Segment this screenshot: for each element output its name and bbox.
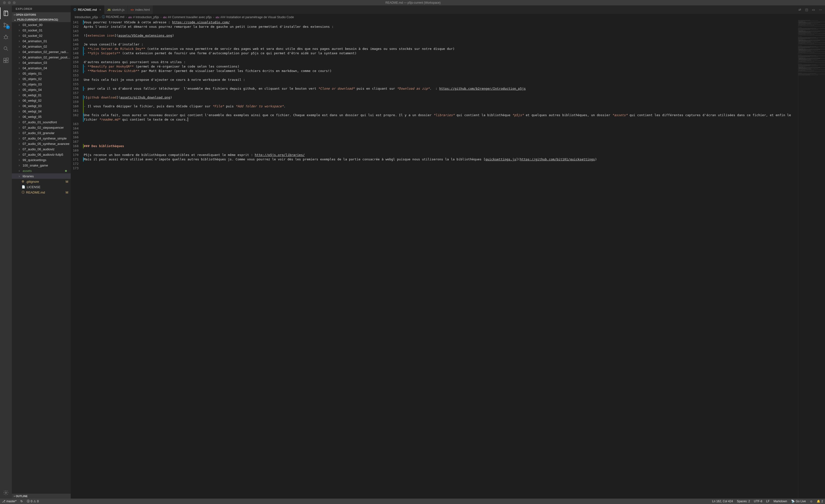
code-content[interactable] <box>84 166 798 170</box>
file-item[interactable]: ⚙.gitignoreM <box>12 179 71 184</box>
code-content[interactable]: Je vous conseille d'installer : <box>84 42 798 47</box>
folder-item[interactable]: ›libraries <box>12 173 71 179</box>
file-item[interactable]: 📄LICENSE <box>12 184 71 190</box>
folder-item[interactable]: ›06_webgl_05 <box>12 114 71 119</box>
code-line[interactable]: 167 <box>71 140 798 144</box>
folder-item[interactable]: ›04_animation_01 <box>12 38 71 44</box>
folder-item[interactable]: ›06_webgl_04 <box>12 109 71 114</box>
folder-item[interactable]: ›06_webgl_01 <box>12 92 71 98</box>
breadcrumb-item[interactable]: Introduction_p5js <box>75 15 98 19</box>
minimap[interactable]: Vous pourrez trouver VSCode à cette adre… <box>798 20 825 499</box>
folder-item[interactable]: ›100_snake_game <box>12 163 71 168</box>
code-content[interactable] <box>84 73 798 78</box>
go-live-status[interactable]: 📡 Go Live <box>789 499 808 504</box>
feedback-status[interactable]: ☺ <box>808 499 815 504</box>
code-line[interactable]: 142Après l'avoir installé et démarré vou… <box>71 24 798 29</box>
code-content[interactable]: - **p5js Snippets** (cette extension per… <box>84 51 798 56</box>
code-line[interactable]: 160- Il vous faudra dézipper le fichier,… <box>71 104 798 109</box>
folder-item[interactable]: ›04_animation_02 <box>12 44 71 49</box>
code-line[interactable]: 165 <box>71 131 798 135</box>
more-actions-icon[interactable]: ⋯ <box>819 8 822 11</box>
code-line[interactable]: 163 <box>71 122 798 126</box>
code-line[interactable]: 157 <box>71 91 798 95</box>
folder-item[interactable]: ›06_webgl_03 <box>12 103 71 109</box>
folder-item[interactable]: ›04_animation_02_penner_radi... <box>12 49 71 55</box>
compare-icon[interactable]: ⇄ <box>799 8 801 11</box>
breadcrumb-item[interactable]: abc ### Installation et paramétrage de V… <box>216 15 294 19</box>
folder-item[interactable]: ›07_audio_03_granular <box>12 130 71 136</box>
code-content[interactable] <box>84 122 798 126</box>
language-status[interactable]: Markdown <box>771 499 789 504</box>
code-line[interactable]: 159 <box>71 100 798 104</box>
code-content[interactable] <box>84 131 798 135</box>
code-content[interactable]: ![github download](assets/github_downloa… <box>84 95 798 100</box>
search-icon[interactable] <box>0 43 12 55</box>
folder-item[interactable]: ›07_audio_04_synthese_simple <box>12 136 71 141</box>
open-preview-icon[interactable]: ▭ <box>812 8 815 11</box>
code-content[interactable]: Après l'avoir installé et démarré vous p… <box>84 24 798 29</box>
code-line[interactable]: 150d'autres extensions qui pourraient vo… <box>71 60 798 64</box>
code-content[interactable] <box>84 91 798 95</box>
split-editor-icon[interactable]: ◫ <box>805 8 808 11</box>
code-content[interactable] <box>84 148 798 153</box>
encoding-status[interactable]: UTF-8 <box>752 499 764 504</box>
code-line[interactable]: 166 <box>71 135 798 140</box>
code-editor[interactable]: 141Vous pourrez trouver VSCode à cette a… <box>71 20 798 499</box>
code-line[interactable]: 146Je vous conseille d'installer : <box>71 42 798 47</box>
folder-item[interactable]: ›04_animation_03 <box>12 60 71 65</box>
folder-item[interactable]: ›03_socket_00 <box>12 22 71 27</box>
code-content[interactable]: ### Des bibliothèques <box>84 144 798 148</box>
git-branch-status[interactable]: ⎇ master* <box>0 499 18 504</box>
code-content[interactable]: Mais il peut aussi être utilisé avec n'i… <box>84 157 798 162</box>
folder-item[interactable]: ›07_audio_05_synthese_avancee <box>12 141 71 146</box>
folder-item[interactable]: ›03_socket_01 <box>12 27 71 33</box>
code-content[interactable] <box>84 126 798 131</box>
code-content[interactable]: Une fois cela fait, vous aurez un nouvea… <box>84 113 798 122</box>
code-content[interactable] <box>84 82 798 86</box>
code-line[interactable]: 154Une fois cela fait je vous propose d'… <box>71 78 798 82</box>
breadcrumbs[interactable]: Introduction_p5js›ⓘ README.md›abc # Intr… <box>71 14 825 20</box>
code-line[interactable]: 153 <box>71 73 798 78</box>
folder-item[interactable]: ›07_audio_02_stepsequencer <box>12 125 71 130</box>
minimize-window-button[interactable] <box>8 1 11 4</box>
code-line[interactable]: 149 <box>71 56 798 60</box>
code-line[interactable]: 152- **Markdown Preview Gihtub** par Mat… <box>71 69 798 73</box>
notifications-status[interactable]: 🔔 2 <box>815 499 825 504</box>
code-line[interactable]: 156- pour cela il va d'abord vous falloi… <box>71 86 798 91</box>
code-content[interactable] <box>84 56 798 60</box>
code-content[interactable]: Une fois cela fait je vous propose d'ajo… <box>84 78 798 82</box>
folder-item[interactable]: ›05_objets_01 <box>12 71 71 76</box>
code-line[interactable]: 169 <box>71 148 798 153</box>
code-content[interactable]: ![extension icon](assets/VSCode_extensio… <box>84 33 798 38</box>
code-line[interactable]: 141Vous pourrez trouver VSCode à cette a… <box>71 20 798 24</box>
folder-item[interactable]: ›07_audio_06_audioviz-fullp5 <box>12 152 71 157</box>
code-content[interactable]: - **Markdown Preview Gihtub** par Matt B… <box>84 69 798 73</box>
code-line[interactable]: 171Mais il peut aussi être utilisé avec … <box>71 157 798 162</box>
code-content[interactable]: - Il vous faudra dézipper le fichier, pu… <box>84 104 798 109</box>
code-content[interactable]: - **Live Server de Ritwick Dey** (cette … <box>84 47 798 51</box>
folder-item[interactable]: ›03_socket_02 <box>12 33 71 38</box>
folder-item[interactable]: ›99_quicksettings <box>12 157 71 163</box>
file-item[interactable]: ⓘREADME.mdM <box>12 190 71 195</box>
workspace-section[interactable]: ⌄ P5JS-CURRENT (WORKSPACE) <box>12 17 71 22</box>
code-content[interactable]: - pour cela il va d'abord vous falloir t… <box>84 86 798 91</box>
file-tree[interactable]: ›03_socket_00›03_socket_01›03_socket_02›… <box>12 22 71 494</box>
folder-item[interactable]: ›05_objets_02 <box>12 76 71 81</box>
extensions-icon[interactable] <box>0 55 12 66</box>
folder-item[interactable]: ›05_objets_04 <box>12 87 71 92</box>
code-line[interactable]: 143 <box>71 29 798 33</box>
open-editors-section[interactable]: › OPEN EDITORS <box>12 12 71 17</box>
explorer-icon[interactable] <box>0 7 12 19</box>
problems-status[interactable]: ⓧ0 ⚠0 <box>25 499 41 504</box>
code-content[interactable] <box>84 38 798 42</box>
editor-tab[interactable]: ⓘREADME.md× <box>71 5 104 14</box>
outline-section[interactable]: › OUTLINE <box>12 494 71 499</box>
folder-item[interactable]: ›04_animation_04 <box>12 65 71 71</box>
code-line[interactable]: 147- **Live Server de Ritwick Dey** (cet… <box>71 47 798 51</box>
folder-item[interactable]: ›07_audio_06_audioviz <box>12 146 71 152</box>
folder-item[interactable]: ›assets● <box>12 168 71 173</box>
code-content[interactable] <box>84 135 798 140</box>
cursor-position-status[interactable]: Ln 162, Col 424 <box>710 499 735 504</box>
breadcrumb-item[interactable]: ⓘ README.md <box>102 15 124 19</box>
code-line[interactable]: 162Une fois cela fait, vous aurez un nou… <box>71 113 798 122</box>
